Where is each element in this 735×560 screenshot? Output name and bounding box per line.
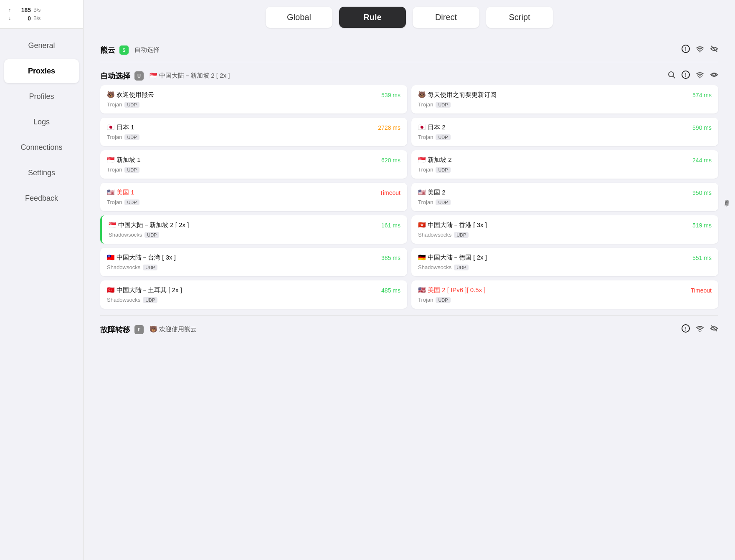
proxy-type: Trojan [418, 297, 433, 303]
group-header-auto-select: 自动选择U🇸🇬 中国大陆－新加坡 2 [ 2x ]! [100, 71, 718, 81]
group-badge-xiong-yun: S [119, 45, 129, 55]
wifi-icon[interactable] [696, 324, 704, 335]
proxy-name: 🇸🇬 新加坡 1 [107, 156, 141, 164]
proxy-type: Shadowsocks [107, 264, 140, 270]
proxy-tag: UDP [124, 199, 139, 205]
proxy-latency: 485 ms [381, 287, 400, 294]
warning-icon[interactable]: ! [682, 71, 690, 81]
proxy-meta: TrojanUDP [418, 101, 712, 108]
sidebar: ↑ 185 B/s ↓ 0 B/s GeneralProxiesProfiles… [0, 0, 84, 560]
sidebar-item-settings[interactable]: Settings [4, 161, 79, 185]
proxy-card[interactable]: 🐻 每天使用之前要更新订阅574 msTrojanUDP [411, 85, 718, 114]
proxy-name: 🐻 欢迎使用熊云 [107, 91, 154, 99]
proxy-name: 🇹🇷 中国大陆－土耳其 [ 2x ] [107, 286, 182, 294]
floating-label: 熊 自 故 [723, 194, 731, 200]
proxy-type: Trojan [107, 134, 122, 140]
proxy-latency: 2728 ms [378, 124, 400, 131]
sidebar-item-proxies[interactable]: Proxies [4, 59, 79, 83]
proxy-latency: Timeout [691, 287, 712, 294]
svg-point-2 [700, 51, 701, 53]
sidebar-item-profiles[interactable]: Profiles [4, 85, 79, 108]
group-title-xiong-yun: 熊云 [100, 45, 115, 55]
download-unit: B/s [33, 15, 41, 21]
proxy-grid-auto-select: 🐻 欢迎使用熊云539 msTrojanUDP🐻 每天使用之前要更新订阅574 … [100, 85, 718, 309]
proxy-type: Shadowsocks [418, 232, 451, 238]
tab-direct[interactable]: Direct [413, 7, 479, 28]
warning-icon[interactable]: ! [682, 324, 690, 335]
sidebar-item-connections[interactable]: Connections [4, 136, 79, 159]
group-actions-auto-select: ! [667, 71, 718, 81]
proxy-card[interactable]: 🇹🇷 中国大陆－土耳其 [ 2x ]485 msShadowsocksUDP [100, 280, 407, 309]
proxy-card[interactable]: 🇯🇵 日本 2590 msTrojanUDP [411, 118, 718, 146]
main-content: GlobalRuleDirectScript 熊云S自动选择!自动选择U🇸🇬 中… [84, 0, 735, 560]
proxy-meta: TrojanUDP [107, 101, 400, 108]
proxy-tag: UDP [454, 265, 469, 270]
eye-icon[interactable] [710, 71, 718, 81]
proxy-tag: UDP [144, 232, 159, 238]
proxy-name: 🇩🇪 中国大陆－德国 [ 2x ] [418, 254, 487, 262]
proxy-meta: TrojanUDP [418, 166, 712, 173]
proxy-type: Shadowsocks [107, 297, 140, 303]
group-subtitle-auto-select: 🇸🇬 中国大陆－新加坡 2 [ 2x ] [150, 72, 230, 80]
tab-script[interactable]: Script [486, 7, 553, 28]
tab-rule[interactable]: Rule [339, 7, 406, 28]
warning-icon[interactable]: ! [682, 45, 690, 55]
proxy-card[interactable]: 🇺🇸 美国 1TimeoutTrojanUDP [100, 183, 407, 211]
sidebar-item-feedback[interactable]: Feedback [4, 187, 79, 210]
group-badge-auto-select: U [134, 71, 144, 81]
group-badge-fault-transfer: F [134, 325, 144, 334]
proxy-card[interactable]: 🇺🇸 美国 2 [ IPv6 ][ 0.5x ]TimeoutTrojanUDP [411, 280, 718, 309]
svg-point-12 [700, 331, 701, 332]
proxy-card[interactable]: 🇭🇰 中国大陆－香港 [ 3x ]519 msShadowsocksUDP [411, 215, 718, 244]
proxy-meta: ShadowsocksUDP [109, 232, 400, 238]
proxy-type: Trojan [107, 199, 122, 205]
proxy-card[interactable]: 🐻 欢迎使用熊云539 msTrojanUDP [100, 85, 407, 114]
proxy-tag: UDP [436, 102, 450, 108]
search-icon[interactable] [667, 71, 676, 81]
proxy-tag: UDP [124, 134, 139, 140]
sidebar-item-logs[interactable]: Logs [4, 110, 79, 134]
proxy-latency: 620 ms [381, 157, 400, 164]
proxy-latency: 519 ms [692, 222, 712, 229]
tab-global[interactable]: Global [266, 7, 332, 28]
proxy-meta: ShadowsocksUDP [107, 264, 400, 270]
sidebar-item-general[interactable]: General [4, 34, 79, 58]
proxy-card[interactable]: 🇩🇪 中国大陆－德国 [ 2x ]551 msShadowsocksUDP [411, 248, 718, 276]
proxy-latency: 539 ms [381, 92, 400, 98]
proxy-meta: TrojanUDP [418, 297, 712, 303]
proxy-card[interactable]: 🇯🇵 日本 12728 msTrojanUDP [100, 118, 407, 146]
group-header-xiong-yun: 熊云S自动选择! [100, 45, 718, 55]
wifi-icon[interactable] [696, 45, 704, 55]
stats-panel: ↑ 185 B/s ↓ 0 B/s [0, 0, 83, 29]
proxy-name: 🇭🇰 中国大陆－香港 [ 3x ] [418, 221, 487, 229]
upload-value: 185 [16, 7, 31, 13]
proxy-tag: UDP [436, 199, 450, 205]
upload-arrow: ↑ [8, 7, 13, 13]
proxy-name: 🇺🇸 美国 2 [ IPv6 ][ 0.5x ] [418, 286, 486, 294]
proxy-card[interactable]: 🇸🇬 新加坡 1620 msTrojanUDP [100, 150, 407, 179]
proxy-type: Trojan [418, 101, 433, 108]
proxy-name: 🇯🇵 日本 1 [107, 124, 134, 131]
proxy-name: 🇸🇬 中国大陆－新加坡 2 [ 2x ] [109, 221, 189, 229]
svg-text:!: ! [685, 72, 686, 78]
download-value: 0 [16, 15, 31, 22]
svg-line-5 [673, 76, 675, 78]
eye-off-icon[interactable] [710, 324, 718, 335]
proxy-name: 🇺🇸 美国 1 [107, 189, 134, 197]
proxy-card[interactable]: 🇸🇬 新加坡 2244 msTrojanUDP [411, 150, 718, 179]
proxy-name: 🇺🇸 美国 2 [418, 189, 446, 197]
proxy-latency: 950 ms [692, 189, 712, 196]
eye-off-icon[interactable] [710, 45, 718, 55]
proxy-card[interactable]: 🇹🇼 中国大陆－台湾 [ 3x ]385 msShadowsocksUDP [100, 248, 407, 276]
proxy-card[interactable]: 🇺🇸 美国 2950 msTrojanUDP熊 自 故 [411, 183, 718, 211]
proxy-meta: TrojanUDP [418, 134, 712, 140]
proxy-latency: 574 ms [692, 92, 712, 98]
proxy-card[interactable]: 🇸🇬 中国大陆－新加坡 2 [ 2x ]161 msShadowsocksUDP [100, 215, 407, 244]
wifi-icon[interactable] [696, 71, 704, 81]
upload-unit: B/s [33, 7, 41, 13]
download-stat: ↓ 0 B/s [8, 15, 75, 22]
proxy-name: 🇸🇬 新加坡 2 [418, 156, 452, 164]
proxy-type: Trojan [418, 134, 433, 140]
proxy-latency: Timeout [380, 189, 400, 196]
proxy-meta: TrojanUDP [107, 166, 400, 173]
